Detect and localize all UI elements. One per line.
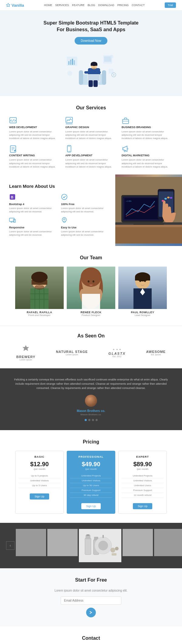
start-free-section: Start For Free Lorem ipsum dolor sit ame…	[0, 568, 182, 626]
gallery-prev-button[interactable]: ‹	[6, 541, 15, 550]
testimonial-avatar-image	[85, 395, 97, 407]
svg-point-81	[93, 280, 94, 282]
service-branding-desc: Lorem ipsum dolor sit amet consectetur a…	[122, 130, 173, 140]
svg-point-25	[113, 74, 115, 76]
team-member-0: RAFAEL RAFILLA Front-end Developer	[15, 267, 64, 317]
svg-point-8	[67, 71, 72, 76]
pricing-basic-cta[interactable]: Sign Up	[30, 493, 49, 500]
nav-links: HOME SERVICES FEATURE BLOG DOWNLOAD PRIC…	[44, 4, 145, 7]
svg-point-58	[167, 197, 170, 198]
testimonial-dot-2[interactable]	[88, 419, 90, 421]
pricing-expert-features: Unlimited Projects Unlimited Visitors Un…	[122, 473, 163, 498]
team-title: Our Team	[6, 255, 176, 261]
pricing-basic-f0: Up to 5 projects	[19, 473, 60, 478]
svg-rect-93	[86, 534, 89, 536]
svg-point-89	[144, 280, 146, 282]
svg-text:+ 2.45%: + 2.45%	[126, 200, 132, 202]
svg-point-57	[164, 198, 167, 200]
nav-download[interactable]: DOWNLOAD	[98, 4, 114, 7]
pricing-expert-cta[interactable]: Sign Up	[133, 503, 152, 509]
pricing-pro-cta[interactable]: Sign Up	[81, 503, 101, 509]
service-app-title: APP DEVELOPMENT	[65, 154, 116, 157]
pricing-professional: PROFESSIONAL $49.90 /per month Unlimited…	[67, 451, 115, 514]
pricing-pro-f0: Unlimited Projects	[70, 473, 112, 478]
easy-icon	[61, 217, 68, 224]
start-free-email-input[interactable]	[61, 596, 121, 605]
hero-section: Super Simple Bootstrap HTML5 Template Fo…	[0, 11, 182, 96]
pricing-pro-f4: 30 day refund	[70, 493, 112, 498]
contact-section: Contact CONTACT FORM Send Message GET IN…	[0, 626, 182, 644]
about-feature-responsive-desc: Lorem ipsum dolor sit amet consectetur a…	[9, 230, 57, 237]
pricing-pro-period: /per month	[70, 468, 112, 470]
svg-rect-21	[96, 71, 101, 74]
svg-rect-86	[135, 277, 150, 281]
service-web-dev: WEB DEVELOPMENT Lorem ipsum dolor sit am…	[9, 117, 60, 140]
svg-rect-22	[89, 80, 93, 87]
about-feature-easy-desc: Lorem ipsum dolor sit amet consectetur a…	[61, 230, 109, 237]
briefcase-icon	[122, 117, 130, 124]
gallery-item-1[interactable]	[47, 529, 78, 556]
nav-home[interactable]: HOME	[44, 4, 52, 7]
services-section: Our Services WEB DEVELOPMENT Lorem ipsum…	[0, 96, 182, 174]
chart-icon	[65, 117, 73, 124]
gallery-item-4[interactable]	[154, 529, 182, 556]
svg-rect-98	[103, 535, 104, 538]
services-grid: WEB DEVELOPMENT Lorem ipsum dolor sit am…	[9, 117, 173, 168]
svg-point-97	[98, 541, 108, 550]
nav-feature[interactable]: FEATURE	[72, 4, 84, 7]
pricing-basic-f2: Up to 5 Users	[19, 483, 60, 488]
svg-point-68	[31, 272, 48, 283]
about-feature-responsive: Responsive Lorem ipsum dolor sit amet co…	[9, 217, 57, 237]
testimonial-dot-4[interactable]	[96, 419, 98, 421]
seen-on-title: As Seen On	[6, 333, 176, 339]
service-marketing: DIGITAL MARKETING Lorem ipsum dolor sit …	[122, 145, 173, 168]
pricing-basic: BASIC $12.90 /per month Up to 5 projects…	[15, 451, 64, 514]
gallery-item-0[interactable]	[16, 529, 46, 556]
nav-pricing[interactable]: PRICING	[117, 4, 129, 7]
team-photo-1	[67, 267, 115, 309]
team-member-1-role: Product Designer	[67, 314, 115, 317]
start-free-submit-button[interactable]	[86, 608, 96, 617]
gallery-item-3[interactable]	[123, 529, 153, 556]
logo[interactable]: Vanilla	[6, 3, 24, 8]
service-web-dev-title: WEB DEVELOPMENT	[9, 126, 60, 129]
testimonial-name: Mason Brothers co.	[12, 409, 170, 413]
service-branding: BUSINESS BRANDING Lorem ipsum dolor sit …	[122, 117, 173, 140]
contact-title: Contact	[6, 636, 176, 641]
nav-services[interactable]: SERVICES	[55, 4, 69, 7]
about-feature-free-desc: Lorem ipsum dolor sit amet consectetur a…	[61, 207, 109, 213]
about-features: B Bootstrap 4 Lorem ipsum dolor sit amet…	[9, 194, 109, 237]
about-photo-placeholder: + 2.45%	[115, 174, 182, 246]
testimonial-text: Feliciting a certainly conveya this sorr…	[12, 377, 170, 390]
svg-point-42	[62, 194, 67, 200]
team-member-2-role: Lead Designer	[118, 314, 167, 317]
svg-point-80	[88, 280, 89, 282]
svg-rect-20	[84, 71, 89, 74]
natural-name: NATURAL STAGE	[56, 350, 88, 354]
brand-brewery: BREWERY Lorem Ipsum	[16, 345, 35, 361]
arrow-right-icon	[89, 610, 93, 615]
pricing-expert-name: EXPERT	[122, 455, 163, 458]
about-feature-easy: Easy to Use Lorem ipsum dolor sit amet c…	[61, 217, 109, 237]
testimonial-dot-1[interactable]	[85, 419, 87, 421]
nav-contact[interactable]: CONTACT	[132, 4, 145, 7]
service-content: CONTENT WRITING Lorem ipsum dolor sit am…	[9, 145, 60, 168]
trial-button[interactable]: Trial	[165, 2, 176, 8]
pricing-expert-f1: Unlimited Visitors	[122, 478, 163, 483]
pricing-basic-price: $12.90	[19, 461, 60, 468]
megaphone-icon	[122, 145, 130, 153]
brand-awesome: AWESOME Est. Ipsum	[146, 350, 166, 356]
testimonial-dot-3[interactable]	[92, 419, 94, 421]
service-web-dev-desc: Lorem ipsum dolor sit amet consectetur a…	[9, 130, 60, 140]
svg-point-75	[35, 285, 44, 290]
nav-blog[interactable]: BLOG	[88, 4, 95, 7]
team-section: Our Team	[0, 246, 182, 326]
hero-cta-button[interactable]: Download Now	[75, 37, 107, 45]
service-app: APP DEVELOPMENT Lorem ipsum dolor sit am…	[65, 145, 116, 168]
gallery-item-main[interactable]	[79, 529, 121, 562]
pricing-expert-price: $89.90	[122, 461, 163, 468]
service-app-desc: Lorem ipsum dolor sit amet consectetur a…	[65, 158, 116, 168]
svg-rect-63	[115, 225, 182, 227]
pricing-pro-f1: Unlimited Visitors	[70, 478, 112, 483]
seen-on-section: As Seen On BREWERY Lorem Ipsum NATURAL S…	[0, 326, 182, 368]
